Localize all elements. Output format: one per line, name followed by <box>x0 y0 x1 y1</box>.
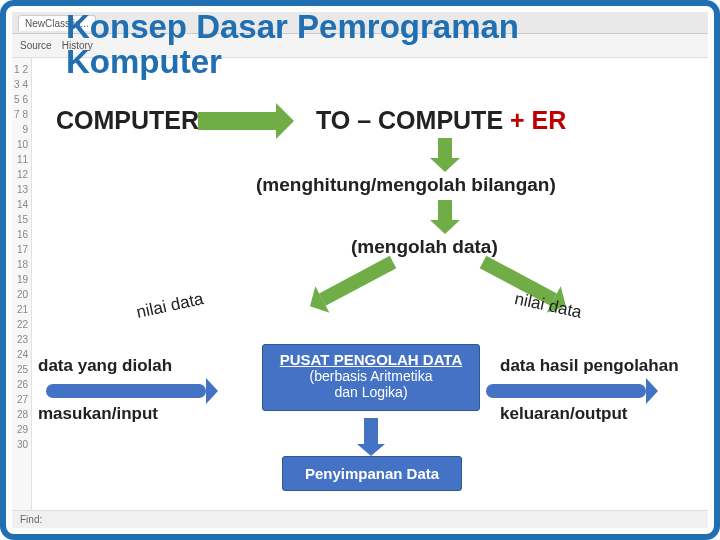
subtitle-mengolah-data: (mengolah data) <box>351 236 498 258</box>
label-keluaran-output: keluaran/output <box>500 404 700 424</box>
er-text: + ER <box>510 106 566 134</box>
slide-title: Konsep Dasar Pemrograman Komputer <box>66 10 519 79</box>
label-data-diolah: data yang diolah <box>38 356 218 376</box>
to-compute-label: TO – COMPUTE + ER <box>316 106 566 135</box>
arrow-down-icon <box>438 138 452 158</box>
slide-frame: NewClass.ja... Source History 1 2 3 4 5 … <box>0 0 720 540</box>
arrow-down-storage-icon <box>364 418 378 444</box>
title-line-2: Komputer <box>66 43 222 80</box>
nilai-data-left-label: nilai data <box>135 289 206 323</box>
arrow-right-icon <box>198 112 276 130</box>
label-masukan-input: masukan/input <box>38 404 218 424</box>
arrow-input-icon <box>46 384 206 398</box>
title-line-1: Konsep Dasar Pemrograman <box>66 8 519 45</box>
label-data-hasil: data hasil pengolahan <box>500 356 700 376</box>
box-penyimpanan-data: Penyimpanan Data <box>282 456 462 491</box>
slide-content: Konsep Dasar Pemrograman Komputer COMPUT… <box>6 6 714 534</box>
box-pusat-sub2: dan Logika) <box>269 384 473 400</box>
to-compute-text: TO – COMPUTE <box>316 106 510 134</box>
subtitle-menghitung: (menghitung/mengolah bilangan) <box>256 174 556 196</box>
arrow-diagonal-left-icon <box>319 256 396 306</box>
box-pusat-heading: PUSAT PENGOLAH DATA <box>269 351 473 368</box>
box-pusat-pengolah: PUSAT PENGOLAH DATA (berbasis Aritmetika… <box>262 344 480 411</box>
computer-label: COMPUTER <box>56 106 199 135</box>
arrow-down-icon <box>438 200 452 220</box>
box-pusat-sub1: (berbasis Aritmetika <box>269 368 473 384</box>
arrow-output-icon <box>486 384 646 398</box>
